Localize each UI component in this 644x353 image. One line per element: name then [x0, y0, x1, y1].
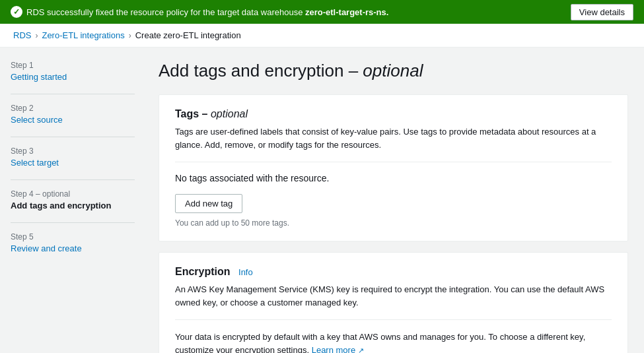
learn-more-link[interactable]: Learn more ↗ [312, 345, 364, 354]
breadcrumb-sep-2: › [129, 31, 131, 40]
main-container: Step 1 Getting started Step 2 Select sou… [0, 48, 644, 353]
sidebar-step-1: Step 1 Getting started [11, 61, 135, 82]
tags-card-description: Tags are user-defined labels that consis… [175, 125, 612, 151]
tag-hint-text: You can add up to 50 more tags. [175, 218, 612, 228]
sidebar-item-review-create[interactable]: Review and create [11, 243, 82, 253]
breadcrumb-zero-etl[interactable]: Zero-ETL integrations [42, 30, 124, 40]
breadcrumb-rds[interactable]: RDS [13, 30, 31, 40]
tags-divider [175, 162, 612, 162]
tags-card-title: Tags – optional [175, 108, 612, 120]
page-title: Add tags and encryption – optional [159, 61, 628, 81]
sidebar-step-5: Step 5 Review and create [11, 232, 135, 253]
success-banner: RDS successfully fixed the resource poli… [0, 0, 644, 24]
encryption-card-description: An AWS Key Management Service (KMS) key … [175, 283, 612, 309]
no-tags-message: No tags associated with the resource. [175, 173, 612, 183]
sidebar-step-2: Step 2 Select source [11, 104, 135, 125]
encryption-card: Encryption Info An AWS Key Management Se… [159, 252, 628, 353]
banner-message: RDS successfully fixed the resource poli… [11, 6, 388, 18]
sidebar: Step 1 Getting started Step 2 Select sou… [0, 48, 145, 353]
breadcrumb: RDS › Zero-ETL integrations › Create zer… [0, 24, 644, 48]
check-icon [11, 6, 22, 18]
breadcrumb-sep-1: › [35, 31, 38, 40]
step-2-label: Step 2 [11, 104, 135, 113]
step-1-label: Step 1 [11, 61, 135, 70]
encryption-divider [175, 319, 612, 320]
view-details-button[interactable]: View details [571, 4, 633, 20]
tags-card: Tags – optional Tags are user-defined la… [159, 94, 628, 241]
add-new-tag-button[interactable]: Add new tag [175, 194, 242, 213]
sidebar-item-select-target[interactable]: Select target [11, 158, 59, 168]
sidebar-divider-1 [11, 94, 135, 94]
sidebar-step-4: Step 4 – optional Add tags and encryptio… [11, 189, 135, 210]
step-4-label: Step 4 – optional [11, 189, 135, 199]
encryption-card-title: Encryption Info [175, 266, 612, 278]
sidebar-divider-3 [11, 179, 135, 180]
content-area: Add tags and encryption – optional Tags … [145, 48, 644, 353]
sidebar-item-select-source[interactable]: Select source [11, 115, 63, 125]
sidebar-divider-4 [11, 222, 135, 223]
step-5-label: Step 5 [11, 232, 135, 241]
banner-text-main: RDS successfully fixed the resource poli… [26, 7, 388, 17]
step-3-label: Step 3 [11, 146, 135, 156]
sidebar-item-getting-started[interactable]: Getting started [11, 72, 67, 82]
external-link-icon: ↗ [358, 346, 364, 354]
encryption-detail-text: Your data is encrypted by default with a… [175, 331, 612, 353]
sidebar-divider-2 [11, 137, 135, 137]
breadcrumb-current: Create zero-ETL integration [135, 30, 241, 40]
encryption-info-link[interactable]: Info [238, 267, 253, 277]
sidebar-step-3: Step 3 Select target [11, 146, 135, 168]
sidebar-item-add-tags-active: Add tags and encryption [11, 201, 111, 210]
